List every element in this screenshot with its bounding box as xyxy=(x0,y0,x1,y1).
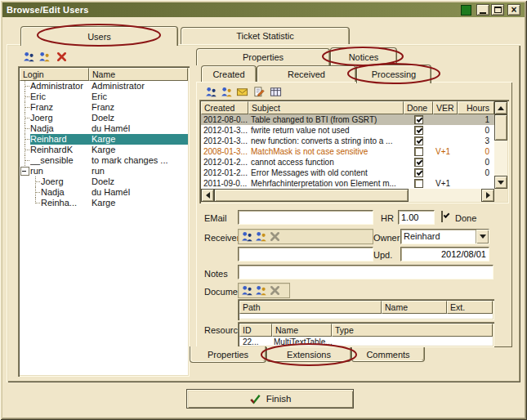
tab-extensions[interactable]: Extensions xyxy=(266,347,351,362)
done-checkbox[interactable] xyxy=(414,179,423,188)
receiver-input[interactable] xyxy=(238,247,373,261)
column-header-res-name[interactable]: Name xyxy=(272,324,332,337)
minimize-button[interactable] xyxy=(476,4,489,16)
mail-notice-button[interactable] xyxy=(235,85,249,99)
upd-input[interactable] xyxy=(400,247,489,261)
tab-properties-bottom[interactable]: Properties xyxy=(190,346,266,363)
column-header-created[interactable]: Created xyxy=(201,101,248,114)
user-row[interactable]: ReinhardKKarge xyxy=(20,145,188,155)
user-row[interactable]: AdministratorAdministrator xyxy=(20,81,188,92)
user-row[interactable]: JoergDoelz xyxy=(20,113,188,123)
notices-hscrollbar[interactable] xyxy=(201,189,494,202)
notice-row-selected[interactable]: 2012-08-0...Table changed to BTI (from G… xyxy=(201,114,507,125)
new-notice-button[interactable] xyxy=(204,85,218,99)
scroll-left-button[interactable] xyxy=(201,189,214,202)
documents-table: Path Name Ext. xyxy=(238,299,494,320)
column-header-ver[interactable]: VER xyxy=(433,101,458,114)
scroll-right-button[interactable] xyxy=(481,189,494,202)
email-input[interactable] xyxy=(238,210,373,225)
pick-receiver-button[interactable] xyxy=(255,230,267,243)
tree-line xyxy=(20,102,30,113)
notice-row[interactable]: 2012-01-2...cannot access function0 xyxy=(201,157,507,168)
column-header-subject[interactable]: Subject xyxy=(248,101,404,114)
tab-received[interactable]: Received xyxy=(257,65,356,82)
tab-ticket-statistic[interactable]: Ticket Statistic xyxy=(181,27,350,44)
notice-row[interactable]: 2011-09-0...Mehrfachinterpretation von E… xyxy=(201,178,507,189)
user-row[interactable]: Nadjadu Hamél xyxy=(20,123,188,134)
user-row[interactable]: FranzFranz xyxy=(20,102,188,113)
hscroll-thumb[interactable] xyxy=(214,189,409,202)
user-row[interactable]: EricEric xyxy=(20,92,188,102)
resources-table: ID Name Type 22... MultiTextTable... xyxy=(238,322,494,347)
done-checkbox[interactable] xyxy=(414,168,423,177)
notice-row[interactable]: 2012-01-2...Error Messages with old cont… xyxy=(201,168,507,178)
hr-input[interactable] xyxy=(398,210,435,225)
user-row[interactable]: Reinha...Karge xyxy=(20,198,188,208)
pick-document-button[interactable] xyxy=(255,284,267,297)
user-row[interactable]: JoergDoelz xyxy=(20,176,188,187)
tree-expander[interactable] xyxy=(20,166,30,176)
edit-notice-button[interactable] xyxy=(252,85,266,99)
column-header-id[interactable]: ID xyxy=(239,324,272,337)
vscroll-thumb[interactable] xyxy=(494,114,507,141)
finish-button[interactable]: Finish xyxy=(186,389,354,409)
user-row[interactable]: __sensibleto mark changes ... xyxy=(20,155,188,166)
assign-notice-button[interactable] xyxy=(220,85,234,99)
user-row[interactable]: Nadjadu Hamél xyxy=(20,187,188,198)
notes-input[interactable] xyxy=(238,265,494,279)
done-checkbox[interactable] xyxy=(414,126,423,135)
column-header-path[interactable]: Path xyxy=(239,301,382,314)
tab-users-label: Users xyxy=(87,32,111,42)
user-login: Nadja xyxy=(30,123,89,134)
notice-row-warning[interactable]: 2008-01-3...MatchMask is not case sensit… xyxy=(201,146,507,157)
remove-document-button[interactable] xyxy=(269,284,281,297)
tab-processing[interactable]: Processing xyxy=(356,65,431,83)
done-checkbox[interactable] xyxy=(414,115,423,124)
column-header-name[interactable]: Name xyxy=(89,68,188,81)
close-button[interactable]: × xyxy=(507,4,520,16)
finish-label: Finish xyxy=(266,394,292,404)
copy-user-button[interactable] xyxy=(38,50,51,64)
maximize-button[interactable] xyxy=(491,4,504,16)
user-login: Franz xyxy=(30,102,89,113)
tab-created[interactable]: Created xyxy=(201,65,257,82)
add-document-button[interactable] xyxy=(241,284,253,297)
done-checkbox[interactable] xyxy=(414,136,423,145)
remove-receiver-button[interactable] xyxy=(269,230,281,243)
user-row[interactable]: runrun xyxy=(20,166,188,176)
tab-properties[interactable]: Properties xyxy=(196,48,330,65)
scroll-down-button[interactable] xyxy=(494,176,507,189)
notice-created: 2012-08-0... xyxy=(201,114,248,125)
column-header-hours[interactable]: Hours xyxy=(458,101,494,114)
tab-notices[interactable]: Notices xyxy=(330,47,397,65)
tab-comments[interactable]: Comments xyxy=(351,347,425,362)
done-form-checkbox[interactable] xyxy=(441,211,443,222)
done-checkbox[interactable] xyxy=(414,147,423,156)
owner-select[interactable]: Reinhard xyxy=(400,229,489,244)
red-x-icon xyxy=(56,51,68,63)
user-row-selected[interactable]: ReinhardKarge xyxy=(20,134,188,145)
notice-table-button[interactable] xyxy=(269,85,283,99)
column-header-login[interactable]: Login xyxy=(20,68,89,81)
notes-label: Notes xyxy=(204,269,228,279)
new-user-button[interactable] xyxy=(22,50,36,64)
users-alt-icon xyxy=(255,230,267,243)
scroll-up-button[interactable] xyxy=(494,101,507,114)
owner-dropdown-button[interactable] xyxy=(476,230,489,244)
add-receiver-button[interactable] xyxy=(241,230,253,243)
column-header-done[interactable]: Done xyxy=(404,101,433,114)
notices-vscrollbar[interactable] xyxy=(494,101,507,189)
resource-row[interactable]: 22... MultiTextTable... xyxy=(239,337,493,346)
tab-users[interactable]: Users xyxy=(20,26,178,46)
user-name: du Hamél xyxy=(89,123,188,134)
titlebar[interactable]: Browse/Edit Users × xyxy=(2,2,525,17)
notice-row[interactable]: 2012-01-3...fwrite return value not used… xyxy=(201,125,507,136)
receiver-toolbar xyxy=(238,229,373,244)
column-header-ext[interactable]: Ext. xyxy=(447,301,493,314)
done-checkbox[interactable] xyxy=(414,158,423,167)
finish-check-icon xyxy=(249,393,261,405)
delete-user-button[interactable] xyxy=(55,50,69,64)
notice-row[interactable]: 2012-01-3...new function: converts a str… xyxy=(201,136,507,146)
column-header-type[interactable]: Type xyxy=(332,324,493,337)
column-header-doc-name[interactable]: Name xyxy=(382,301,447,314)
